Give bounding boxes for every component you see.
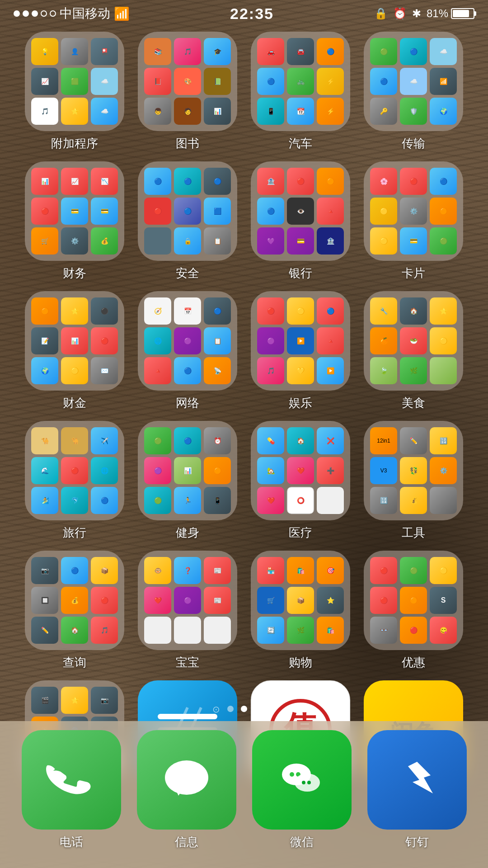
folder-yule[interactable]: 🔴 🟡 🔵 🟣 ▶️ 🔺 🎵 💛 ▶️ 娱乐: [251, 291, 350, 411]
folder-box: 💡 👤 🎴 📈 🟩 ☁️ 🎵 ⭐ ☁️: [25, 32, 124, 131]
fi-6: 🟦: [204, 198, 231, 225]
fi-1: 🧭: [144, 297, 171, 325]
fi-7: 💜: [257, 227, 284, 255]
fi-9: [204, 617, 231, 644]
fi-6: 🔺: [317, 327, 344, 354]
fi-6: 🔴: [91, 327, 118, 354]
fi-9: [317, 487, 344, 514]
fi-6: 🔴: [91, 587, 118, 614]
folder-baobao[interactable]: 🐵 ❓ 📰 ❤️ 🟣 📰 宝宝: [138, 551, 237, 670]
battery-fill: [453, 10, 469, 17]
folder-anquan[interactable]: 🔵 🔵 🔵 🔴 🔵 🟦 🔒 📋 安全: [138, 161, 237, 281]
fi-2: 🐪: [61, 427, 88, 454]
dot-5: [50, 10, 56, 17]
folder-chuanshu[interactable]: 🟢 🔵 ☁️ 🔵 ☁️ 📶 🔑 🛡️ 🌍 传输: [364, 32, 463, 151]
fi-8: 🏃: [174, 487, 201, 514]
folder-caiwu[interactable]: 📊 📈 📉 🔴 💳 💳 🛒 ⚙️ 💰 财务: [25, 161, 124, 281]
fi-9: ⚡: [317, 98, 344, 125]
fi-4: 🔵: [370, 68, 397, 95]
wifi-icon: 📶: [114, 6, 130, 21]
carrier-label: 中国移动: [60, 5, 110, 22]
fi-3: ⏰: [204, 427, 231, 454]
fi-1: 12in1: [370, 427, 397, 454]
fi-2: 🔵: [61, 557, 88, 584]
folder-yiliao[interactable]: 💊 🏠 ❌ 🏡 ❤️ ➕ ❤️ ⭕ 医疗: [251, 421, 350, 541]
folder-box: 🔧 🏠 ⭐ 🍊 🥗 🟡 🍃 🌿: [364, 291, 463, 391]
folder-fujiachengxu[interactable]: 💡 👤 🎴 📈 🟩 ☁️ 🎵 ⭐ ☁️ 附加程序: [25, 32, 124, 151]
folder-caijin[interactable]: 🟠 ⭐ ⚫ 📝 📊 🔴 🌍 🟡 ✉️ 财金: [25, 291, 124, 411]
folder-label: 卡片: [402, 265, 425, 281]
app-row-1: 💡 👤 🎴 📈 🟩 ☁️ 🎵 ⭐ ☁️ 附加程序 📚 🎵 🎓 📕 🎨 📗: [14, 32, 474, 151]
dock-app-weixin[interactable]: 微信: [249, 730, 355, 850]
page-dot-3[interactable]: [254, 706, 261, 712]
fi-9: 🔵: [91, 487, 118, 514]
fi-8: 🔵: [174, 357, 201, 384]
folder-kapian[interactable]: 🌸 🔴 🔵 🟡 ⚙️ 🟠 🟡 💳 🟢 卡片: [364, 161, 463, 281]
app-row-5: 📷 🔵 📦 🔲 💰 🔴 ✏️ 🏠 🎵 查询 🐵 ❓ 📰 ❤️ 🟣 📰: [14, 551, 474, 670]
fi-4: 🏡: [257, 457, 284, 484]
folder-label: 宝宝: [176, 655, 199, 670]
folder-box: 🔵 🔵 🔵 🔴 🔵 🟦 🔒 📋: [138, 161, 237, 261]
fi-6: ⚡: [317, 68, 344, 95]
folder-yinhang[interactable]: 🏦 🔴 🟠 🔵 👁️ 🔺 💜 💳 🏦 银行: [251, 161, 350, 281]
fi-7: 🎵: [257, 357, 284, 384]
fi-5: 🥗: [400, 327, 427, 354]
fi-1: 📷: [31, 557, 58, 584]
folder-youhui[interactable]: 🔴 🟢 🟡 🔴 🟠 S 👓 🔴 😋 优惠: [364, 551, 463, 670]
folder-meishi[interactable]: 🔧 🏠 ⭐ 🍊 🥗 🟡 🍃 🌿 美食: [364, 291, 463, 411]
page-dot-search[interactable]: [214, 706, 220, 712]
fi-5: ▶️: [287, 327, 314, 354]
signal-dots: [14, 10, 56, 17]
fi-3: 🎓: [204, 38, 231, 65]
fi-1: 📚: [144, 38, 171, 65]
fi-7: 🟢: [144, 487, 171, 514]
fi-3: 🎯: [317, 557, 344, 584]
folder-box: 🧭 📅 🔵 🌐 🟣 📋 🔺 🔵 📡: [138, 291, 237, 391]
dot-4: [41, 10, 47, 17]
folder-label: 图书: [176, 136, 199, 151]
folder-chaxun[interactable]: 📷 🔵 📦 🔲 💰 🔴 ✏️ 🏠 🎵 查询: [25, 551, 124, 670]
fi-3: ✈️: [91, 427, 118, 454]
fi-8: [174, 617, 201, 644]
fi-8: 🛡️: [400, 98, 427, 125]
fi-9: [430, 357, 457, 384]
fi-1: 🟠: [31, 297, 58, 325]
folder-tushu[interactable]: 📚 🎵 🎓 📕 🎨 📗 👦 🧑 📊 图书: [138, 32, 237, 151]
fi-6: 📋: [204, 327, 231, 354]
folder-wangluo[interactable]: 🧭 📅 🔵 🌐 🟣 📋 🔺 🔵 📡 网络: [138, 291, 237, 411]
dock-app-dingding[interactable]: 钉钉: [364, 730, 470, 850]
fi-4: 🟣: [257, 327, 284, 354]
fi-8: 🔒: [174, 227, 201, 255]
page-dot-2-active[interactable]: [241, 706, 247, 712]
fi-6: S: [430, 587, 457, 614]
folder-qiche[interactable]: 🚗 🚘 🔵 🔵 🚲 ⚡ 📱 📆 ⚡ 汽车: [251, 32, 350, 151]
fi-6: 📗: [204, 68, 231, 95]
fi-5: 🟣: [174, 327, 201, 354]
folder-gouwu[interactable]: 🏪 🛍️ 🎯 🛒 📦 ⭐ 🔄 🌿 🛍️ 购物: [251, 551, 350, 670]
app-row-3: 🟠 ⭐ ⚫ 📝 📊 🔴 🌍 🟡 ✉️ 财金 🧭 📅 🔵 🌐 🟣 📋: [14, 291, 474, 411]
folder-lvxing[interactable]: 🐪 🐪 ✈️ 🌊 🔴 🌐 🏄 🐬 🔵 旅行: [25, 421, 124, 541]
folder-label: 娱乐: [289, 395, 312, 411]
fi-4: 🔴: [144, 198, 171, 225]
fi-7: 🏄: [31, 487, 58, 514]
fi-5: ❤️: [287, 457, 314, 484]
fi-2: 🔵: [400, 38, 427, 65]
fi-7: 🍃: [370, 357, 397, 384]
fi-7: 🔄: [257, 617, 284, 644]
fi-2: 🚘: [287, 38, 314, 65]
folder-jianshen[interactable]: 🟢 🔵 ⏰ 🟣 📊 🟠 🟢 🏃 📱 健身: [138, 421, 237, 541]
fi-5: 📦: [287, 587, 314, 614]
folder-box: 🐵 ❓ 📰 ❤️ 🟣 📰: [138, 551, 237, 650]
fi-8: 📆: [287, 98, 314, 125]
page-dot-1[interactable]: [227, 706, 234, 712]
dock-app-dianhua[interactable]: 电话: [18, 730, 124, 850]
app-icon: [252, 730, 352, 830]
folder-gongju[interactable]: 12in1 ✏️ 🔢 V3 💱 ⚙️ 🔢 💰 工具: [364, 421, 463, 541]
fi-5: ☁️: [400, 68, 427, 95]
fi-3: 📉: [91, 168, 118, 195]
fi-1: 🏦: [257, 168, 284, 195]
dock-app-xinxi[interactable]: 信息: [133, 730, 239, 850]
fi-2: 🔴: [400, 168, 427, 195]
folder-label: 财金: [63, 395, 86, 411]
page-dot-4[interactable]: [268, 706, 274, 712]
